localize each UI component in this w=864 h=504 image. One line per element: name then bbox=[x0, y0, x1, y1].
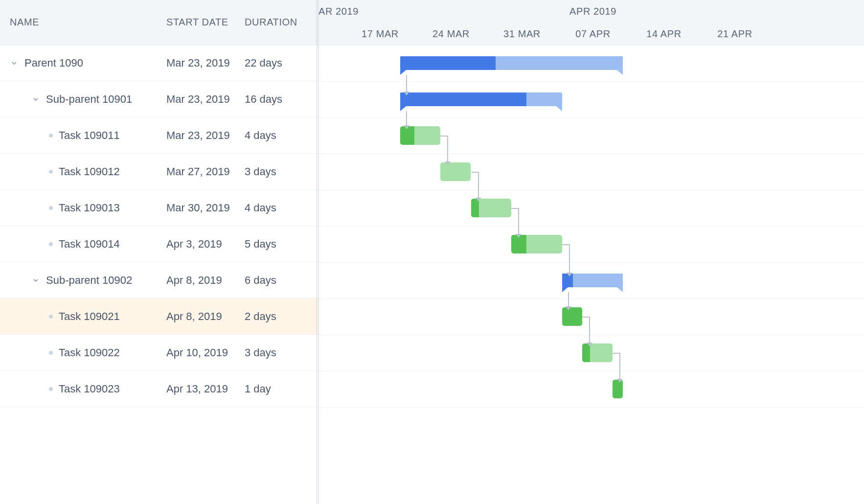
task-start: Apr 13, 2019 bbox=[166, 383, 245, 395]
task-start: Mar 23, 2019 bbox=[166, 129, 245, 142]
task-start: Mar 27, 2019 bbox=[166, 165, 245, 178]
bullet-icon bbox=[49, 206, 53, 210]
task-name: Task 109013 bbox=[59, 202, 120, 214]
task-name: Sub-parent 10901 bbox=[46, 93, 132, 106]
month-label: APR 2019 bbox=[569, 6, 616, 17]
gantt-container: NAME START DATE DURATION Parent 1090Mar … bbox=[0, 0, 864, 504]
task-name: Task 109012 bbox=[59, 165, 120, 178]
task-start: Mar 23, 2019 bbox=[166, 57, 245, 69]
week-label: 07 APR bbox=[575, 28, 610, 40]
table-row[interactable]: Task 109023Apr 13, 20191 day bbox=[0, 371, 318, 407]
table-header: NAME START DATE DURATION bbox=[0, 0, 318, 45]
bullet-icon bbox=[49, 134, 53, 137]
task-bar[interactable] bbox=[471, 199, 512, 217]
week-label: 17 MAR bbox=[362, 28, 399, 40]
table-row[interactable]: Task 109021Apr 8, 20192 days bbox=[0, 298, 318, 335]
task-duration: 5 days bbox=[245, 238, 318, 251]
task-name: Task 109011 bbox=[59, 129, 120, 142]
table-row[interactable]: Parent 1090Mar 23, 201922 days bbox=[0, 45, 318, 81]
bullet-icon bbox=[49, 387, 53, 391]
task-duration: 1 day bbox=[245, 383, 318, 395]
task-name: Parent 1090 bbox=[24, 57, 83, 69]
task-bar[interactable] bbox=[613, 380, 623, 398]
task-duration: 6 days bbox=[245, 274, 318, 287]
task-duration: 2 days bbox=[245, 310, 318, 323]
task-start: Apr 3, 2019 bbox=[166, 238, 245, 251]
table-row[interactable]: Task 109014Apr 3, 20195 days bbox=[0, 226, 318, 262]
bullet-icon bbox=[49, 351, 53, 355]
task-bar[interactable] bbox=[582, 344, 613, 362]
week-label: 24 MAR bbox=[432, 28, 470, 40]
bullet-icon bbox=[49, 170, 53, 174]
timeline-body[interactable] bbox=[319, 45, 864, 504]
chevron-down-icon[interactable] bbox=[31, 95, 40, 104]
table-row[interactable]: Sub-parent 10901Mar 23, 201916 days bbox=[0, 81, 318, 117]
task-duration: 3 days bbox=[245, 346, 318, 359]
task-duration: 4 days bbox=[245, 129, 318, 142]
task-start: Apr 8, 2019 bbox=[166, 310, 245, 323]
table-row[interactable]: Sub-parent 10902Apr 8, 20196 days bbox=[0, 262, 318, 298]
task-name: Task 109014 bbox=[59, 238, 120, 251]
task-name: Task 109022 bbox=[59, 346, 120, 359]
bullet-icon bbox=[49, 242, 53, 246]
week-label: 21 APR bbox=[717, 28, 752, 40]
month-label: AR 2019 bbox=[319, 6, 359, 17]
table-row[interactable]: Task 109011Mar 23, 20194 days bbox=[0, 117, 318, 154]
parent-bar[interactable] bbox=[400, 56, 623, 70]
task-start: Mar 23, 2019 bbox=[166, 93, 245, 106]
parent-bar[interactable] bbox=[562, 274, 623, 287]
task-name: Task 109023 bbox=[59, 383, 120, 395]
col-header-name[interactable]: NAME bbox=[10, 17, 166, 28]
col-header-start[interactable]: START DATE bbox=[166, 17, 245, 28]
task-bar[interactable] bbox=[511, 235, 562, 253]
week-label: 31 MAR bbox=[503, 28, 541, 40]
chevron-down-icon[interactable] bbox=[10, 59, 19, 68]
task-name: Sub-parent 10902 bbox=[46, 274, 132, 287]
table-row[interactable]: Task 109012Mar 27, 20193 days bbox=[0, 154, 318, 190]
col-header-duration[interactable]: DURATION bbox=[245, 17, 318, 28]
timeline-pane[interactable]: AR 2019APR 2019 R17 MAR24 MAR31 MAR07 AP… bbox=[319, 0, 864, 504]
task-start: Apr 10, 2019 bbox=[166, 346, 245, 359]
task-start: Mar 30, 2019 bbox=[166, 202, 245, 214]
task-start: Apr 8, 2019 bbox=[166, 274, 245, 287]
task-bar[interactable] bbox=[440, 162, 471, 181]
table-row[interactable]: Task 109013Mar 30, 20194 days bbox=[0, 190, 318, 226]
task-duration: 4 days bbox=[245, 202, 318, 214]
parent-bar[interactable] bbox=[400, 92, 562, 106]
task-table: NAME START DATE DURATION Parent 1090Mar … bbox=[0, 0, 319, 504]
task-bar[interactable] bbox=[400, 126, 441, 145]
chevron-down-icon[interactable] bbox=[31, 276, 40, 285]
bullet-icon bbox=[49, 315, 53, 319]
table-body: Parent 1090Mar 23, 201922 daysSub-parent… bbox=[0, 45, 318, 504]
task-bar[interactable] bbox=[562, 307, 582, 326]
task-duration: 3 days bbox=[245, 165, 318, 178]
timeline-header: AR 2019APR 2019 R17 MAR24 MAR31 MAR07 AP… bbox=[319, 0, 864, 45]
task-duration: 16 days bbox=[245, 93, 318, 106]
table-row[interactable]: Task 109022Apr 10, 20193 days bbox=[0, 335, 318, 371]
task-duration: 22 days bbox=[245, 57, 318, 69]
week-label: 14 APR bbox=[646, 28, 681, 40]
task-name: Task 109021 bbox=[59, 310, 120, 323]
